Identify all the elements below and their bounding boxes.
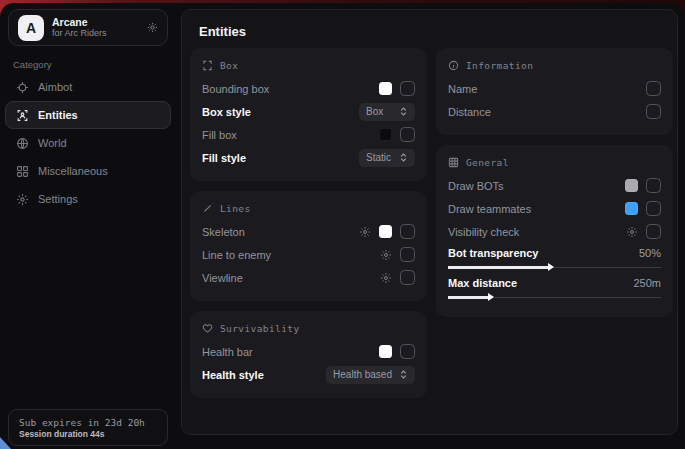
checkbox[interactable] <box>646 104 661 119</box>
checkbox[interactable] <box>646 178 661 193</box>
row-bounding-box: Bounding box <box>202 77 415 100</box>
color-swatch[interactable] <box>625 202 638 215</box>
row-label: Visibility check <box>448 226 519 238</box>
row-settings-gear-icon[interactable] <box>359 226 371 238</box>
color-swatch[interactable] <box>379 128 392 141</box>
checkbox[interactable] <box>646 201 661 216</box>
app-name: Arcane <box>52 16 139 28</box>
row-name: Name <box>448 77 661 100</box>
row-label: Health style <box>202 369 264 381</box>
card-title-label: Survivability <box>220 323 300 334</box>
health-style-dropdown[interactable]: Health based <box>326 366 415 384</box>
chevron-updown-icon <box>399 106 408 117</box>
color-swatch[interactable] <box>625 179 638 192</box>
checkbox[interactable] <box>646 224 661 239</box>
sidebar-item-miscellaneous[interactable]: Miscellaneous <box>5 157 171 185</box>
card-box: Box Bounding box Box style Box <box>190 48 427 181</box>
checkbox[interactable] <box>400 344 415 359</box>
color-swatch[interactable] <box>379 82 392 95</box>
row-label: Name <box>448 83 477 95</box>
row-settings-gear-icon[interactable] <box>380 249 392 261</box>
diagonal-line-icon <box>202 203 213 214</box>
dropdown-value: Box <box>366 106 383 117</box>
sidebar-item-entities[interactable]: Entities <box>5 101 171 129</box>
sidebar-item-world[interactable]: World <box>5 129 171 157</box>
card-information-header: Information <box>448 58 661 73</box>
crosshair-icon <box>16 81 29 94</box>
session-duration-text: Session duration 44s <box>19 429 157 439</box>
dropdown-value: Health based <box>333 369 392 380</box>
grid-icon <box>16 165 29 178</box>
bot-transparency-slider[interactable] <box>448 262 661 272</box>
row-fill-style: Fill style Static <box>202 146 415 169</box>
slider-value: 250m <box>633 277 661 289</box>
row-label: Box style <box>202 106 251 118</box>
cursor-fragment <box>0 437 11 449</box>
app-logo: A <box>18 15 44 41</box>
checkbox[interactable] <box>400 247 415 262</box>
slider-fill <box>448 296 488 299</box>
row-visibility-check: Visibility check <box>448 220 661 243</box>
checkbox[interactable] <box>400 270 415 285</box>
card-title-label: Information <box>466 60 533 71</box>
row-label: Fill style <box>202 152 246 164</box>
globe-icon <box>16 137 29 150</box>
slider-handle[interactable] <box>488 293 494 301</box>
row-draw-bots: Draw BOTs <box>448 174 661 197</box>
card-survivability-header: Survivability <box>202 321 415 336</box>
sidebar-nav: Aimbot Entities World Miscellaneous <box>5 73 171 213</box>
checkbox[interactable] <box>400 127 415 142</box>
row-distance: Distance <box>448 100 661 123</box>
table-grid-icon <box>448 157 459 168</box>
row-label: Distance <box>448 106 491 118</box>
max-distance-slider[interactable] <box>448 292 661 302</box>
slider-fill <box>448 266 548 269</box>
card-title-label: General <box>466 157 509 168</box>
row-settings-gear-icon[interactable] <box>626 226 638 238</box>
row-settings-gear-icon[interactable] <box>380 272 392 284</box>
row-line-to-enemy: Line to enemy <box>202 243 415 266</box>
fill-style-dropdown[interactable]: Static <box>359 149 415 167</box>
sidebar-item-settings[interactable]: Settings <box>5 185 171 213</box>
card-general-header: General <box>448 155 661 170</box>
row-label: Line to enemy <box>202 249 271 261</box>
sidebar-item-aimbot[interactable]: Aimbot <box>5 73 171 101</box>
card-lines: Lines Skeleton Line to enemy <box>190 191 427 301</box>
row-bot-transparency: Bot transparency 50% <box>448 245 661 261</box>
heart-icon <box>202 323 213 334</box>
gear-icon[interactable] <box>147 22 158 33</box>
dropdown-value: Static <box>366 152 391 163</box>
subscription-card: Sub expires in 23d 20h Session duration … <box>8 409 168 446</box>
app-tagline: for Arc Riders <box>52 28 139 38</box>
row-fill-box: Fill box <box>202 123 415 146</box>
slider-label: Max distance <box>448 277 517 289</box>
checkbox[interactable] <box>646 81 661 96</box>
slider-handle[interactable] <box>548 263 554 271</box>
main-panel: Entities Box Bounding box <box>181 9 678 435</box>
chevron-updown-icon <box>399 369 408 380</box>
slider-label: Bot transparency <box>448 247 538 259</box>
app-window: A Arcane for Arc Riders Category Aimbot <box>0 3 685 449</box>
row-draw-teammates: Draw teammates <box>448 197 661 220</box>
sidebar-item-label: Entities <box>38 109 78 121</box>
logo-text: Arcane for Arc Riders <box>52 16 139 38</box>
logo-card: A Arcane for Arc Riders <box>8 9 168 46</box>
entity-scan-icon <box>16 109 29 122</box>
slider-value: 50% <box>639 247 661 259</box>
sidebar: A Arcane for Arc Riders Category Aimbot <box>0 3 176 449</box>
checkbox[interactable] <box>400 224 415 239</box>
card-title-label: Lines <box>220 203 251 214</box>
row-box-style: Box style Box <box>202 100 415 123</box>
row-label: Health bar <box>202 346 253 358</box>
row-max-distance: Max distance 250m <box>448 275 661 291</box>
color-swatch[interactable] <box>379 345 392 358</box>
card-general: General Draw BOTs Draw teammates <box>436 145 673 317</box>
card-information: Information Name Distance <box>436 48 673 135</box>
row-label: Draw BOTs <box>448 180 504 192</box>
color-swatch[interactable] <box>379 225 392 238</box>
sub-expiry-text: Sub expires in 23d 20h <box>19 417 157 428</box>
chevron-updown-icon <box>399 152 408 163</box>
row-label: Draw teammates <box>448 203 531 215</box>
box-style-dropdown[interactable]: Box <box>359 103 415 121</box>
checkbox[interactable] <box>400 81 415 96</box>
